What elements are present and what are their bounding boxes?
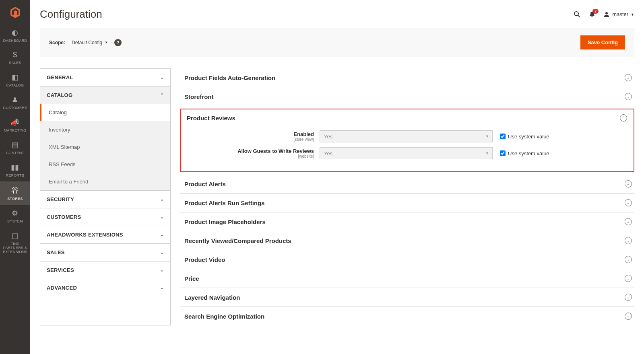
nav-marketing[interactable]: 📣MARKETING xyxy=(0,114,30,136)
nav-content[interactable]: ▤CONTENT xyxy=(0,136,30,159)
chevron-down-icon: ⌄ xyxy=(160,197,164,202)
field-enabled: Enabled [store view] Yes ▼ Use system va… xyxy=(187,130,628,142)
section-product-reviews: Product Reviews ⌃ Enabled [store view] Y… xyxy=(180,109,634,172)
section-product-fields-auto[interactable]: Product Fields Auto-Generation⌄ xyxy=(180,68,634,87)
layout-icon: ▤ xyxy=(12,140,19,149)
dollar-icon: $ xyxy=(13,51,17,59)
expand-icon: ⌄ xyxy=(625,275,632,282)
chevron-down-icon: ▼ xyxy=(631,12,634,16)
user-menu[interactable]: master ▼ xyxy=(603,11,634,18)
use-system-guests[interactable]: Use system value xyxy=(500,150,549,156)
notif-badge: 2 xyxy=(592,9,599,14)
bars-icon: ▮▮ xyxy=(11,163,19,172)
search-icon[interactable] xyxy=(574,11,581,18)
config-group-aheadworks[interactable]: AHEADWORKS EXTENSIONS⌄ xyxy=(40,226,170,244)
section-layered-nav[interactable]: Layered Navigation⌄ xyxy=(180,288,634,307)
box-icon: ◧ xyxy=(12,73,19,82)
chevron-down-icon: ⌄ xyxy=(160,75,164,80)
config-side-nav: GENERAL⌄ CATALOG⌃ Catalog Inventory XML … xyxy=(40,68,171,325)
chevron-down-icon: ▼ xyxy=(482,151,492,155)
config-item-inventory[interactable]: Inventory xyxy=(40,121,170,138)
allow-guests-select[interactable]: Yes ▼ xyxy=(320,147,493,159)
chevron-down-icon: ⌄ xyxy=(160,214,164,220)
expand-icon: ⌄ xyxy=(625,237,632,244)
megaphone-icon: 📣 xyxy=(10,118,19,127)
use-system-checkbox[interactable] xyxy=(500,134,506,139)
chevron-down-icon: ⌄ xyxy=(160,232,164,237)
expand-icon: ⌄ xyxy=(625,313,632,320)
section-image-placeholders[interactable]: Product Image Placeholders⌄ xyxy=(180,212,634,231)
config-group-advanced[interactable]: ADVANCED⌄ xyxy=(40,279,170,296)
config-group-sales[interactable]: SALES⌄ xyxy=(40,244,170,261)
scope-selector[interactable]: Default Config ▼ xyxy=(72,40,108,45)
collapse-icon: ⌃ xyxy=(620,114,627,121)
config-group-services[interactable]: SERVICES⌄ xyxy=(40,261,170,279)
gauge-icon: ◐ xyxy=(12,28,18,37)
nav-catalog[interactable]: ◧CATALOG xyxy=(0,69,30,91)
gear-icon: ⚙ xyxy=(12,209,18,218)
config-group-customers[interactable]: CUSTOMERS⌄ xyxy=(40,208,170,226)
notifications-icon[interactable]: 2 xyxy=(589,11,595,18)
section-product-alerts[interactable]: Product Alerts⌄ xyxy=(180,175,634,193)
config-item-email-friend[interactable]: Email to a Friend xyxy=(40,173,170,190)
section-recently-viewed[interactable]: Recently Viewed/Compared Products⌄ xyxy=(180,231,634,250)
expand-icon: ⌄ xyxy=(625,180,632,187)
chevron-down-icon: ▼ xyxy=(482,134,492,138)
nav-reports[interactable]: ▮▮REPORTS xyxy=(0,159,30,181)
chevron-down-icon: ▼ xyxy=(105,41,108,44)
chevron-down-icon: ⌄ xyxy=(160,285,164,290)
chevron-down-icon: ⌄ xyxy=(160,268,164,273)
nav-stores[interactable]: ⾕STORES xyxy=(0,181,30,205)
section-seo[interactable]: Search Engine Optimization⌄ xyxy=(180,307,634,325)
person-icon: ♟ xyxy=(12,95,18,104)
partners-icon: ◫ xyxy=(12,231,19,240)
nav-sales[interactable]: $SALES xyxy=(0,47,30,69)
use-system-enabled[interactable]: Use system value xyxy=(500,134,549,140)
config-group-security[interactable]: SECURITY⌄ xyxy=(40,191,170,208)
config-item-catalog[interactable]: Catalog xyxy=(40,104,170,121)
chevron-up-icon: ⌃ xyxy=(160,93,164,98)
save-config-button[interactable]: Save Config xyxy=(580,35,625,49)
expand-icon: ⌄ xyxy=(625,218,632,225)
svg-line-1 xyxy=(578,15,580,17)
page-title: Configuration xyxy=(40,8,102,21)
nav-partners[interactable]: ◫FIND PARTNERS & EXTENSIONS xyxy=(0,227,30,258)
logo[interactable] xyxy=(0,0,30,24)
expand-icon: ⌄ xyxy=(625,294,632,301)
svg-point-0 xyxy=(574,12,578,16)
user-icon xyxy=(603,11,610,18)
admin-sidebar: ◐DASHBOARD $SALES ◧CATALOG ♟CUSTOMERS 📣M… xyxy=(0,0,30,354)
scope-bar: Scope: Default Config ▼ ? Save Config xyxy=(40,28,634,57)
chevron-down-icon: ⌄ xyxy=(160,250,164,255)
section-product-alerts-run[interactable]: Product Alerts Run Settings⌄ xyxy=(180,193,634,212)
nav-dashboard[interactable]: ◐DASHBOARD xyxy=(0,24,30,47)
config-item-xml-sitemap[interactable]: XML Sitemap xyxy=(40,138,170,156)
expand-icon: ⌄ xyxy=(625,199,632,206)
section-product-video[interactable]: Product Video⌄ xyxy=(180,250,634,269)
use-system-checkbox[interactable] xyxy=(500,150,506,156)
section-price[interactable]: Price⌄ xyxy=(180,269,634,288)
section-storefront[interactable]: Storefront⌄ xyxy=(180,87,634,106)
config-panel: Product Fields Auto-Generation⌄ Storefro… xyxy=(180,68,634,325)
expand-icon: ⌄ xyxy=(625,74,632,81)
config-group-catalog: CATALOG⌃ Catalog Inventory XML Sitemap R… xyxy=(40,86,170,191)
main-content: Configuration 2 master ▼ Scope: xyxy=(30,0,644,354)
field-allow-guests: Allow Guests to Write Reviews [website] … xyxy=(187,147,628,159)
nav-system[interactable]: ⚙SYSTEM xyxy=(0,205,30,227)
enabled-select[interactable]: Yes ▼ xyxy=(320,130,493,142)
scope-label: Scope: xyxy=(49,40,65,45)
config-item-rss-feeds[interactable]: RSS Feeds xyxy=(40,156,170,173)
store-icon: ⾕ xyxy=(11,185,19,195)
config-group-general[interactable]: GENERAL⌄ xyxy=(40,69,170,86)
expand-icon: ⌄ xyxy=(625,93,632,100)
help-icon[interactable]: ? xyxy=(114,39,122,46)
expand-icon: ⌄ xyxy=(625,256,632,263)
nav-customers[interactable]: ♟CUSTOMERS xyxy=(0,91,30,114)
